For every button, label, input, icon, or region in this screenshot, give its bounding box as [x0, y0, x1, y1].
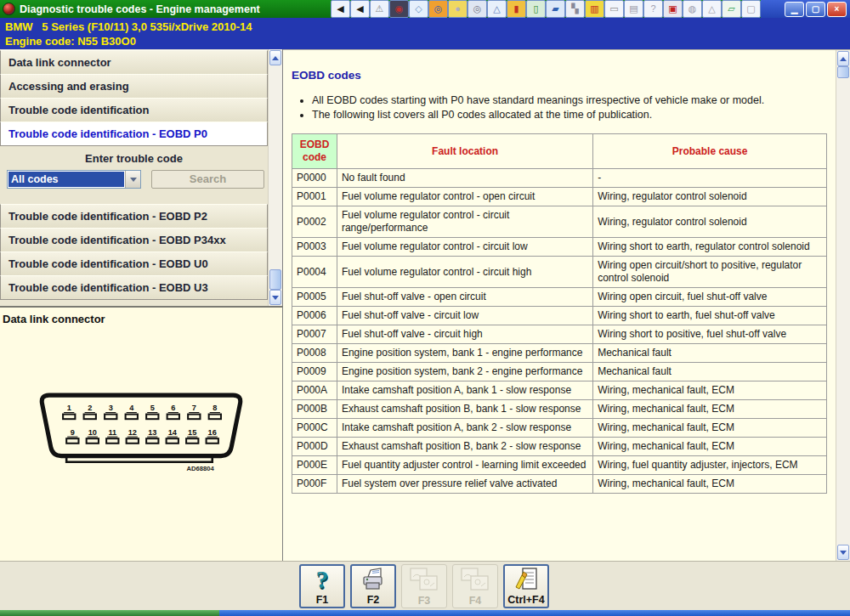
engine-management-icon[interactable]: ▥ [585, 0, 604, 18]
sidebar-scroll-up-icon[interactable] [269, 50, 281, 65]
sidebar-item-0[interactable]: Data link connector [0, 50, 268, 75]
engine-data-icon[interactable]: ▤ [624, 0, 643, 18]
main-scroll-thumb[interactable] [837, 66, 849, 78]
main-content: EOBD codes All EOBD codes starting with … [283, 49, 850, 561]
table-row: P0006Fuel shut-off valve - circuit lowWi… [292, 307, 827, 325]
fault-location-cell: Fuel shut-off valve - circuit high [337, 325, 592, 344]
taskbar-strip [0, 610, 850, 616]
fault-location-cell: Exhaust camshaft position B, bank 1 - sl… [337, 400, 592, 419]
sidebar-item-lower-1[interactable]: Trouble code identification - EOBD P34xx [0, 228, 268, 252]
vehicle-icon[interactable]: ▱ [722, 0, 741, 18]
sidebar-item-label: Accessing and erasing [8, 80, 129, 93]
vehicle-model: BMW 5 Series (F10/11) 3,0 535i/xDrive 20… [5, 20, 850, 34]
pin-number: 4 [129, 404, 134, 412]
trouble-code-combo[interactable]: All codes [7, 170, 141, 189]
app-icon [3, 3, 15, 15]
search-button[interactable]: Search [151, 170, 264, 189]
code-cell: P0007 [292, 325, 337, 344]
abs-icon[interactable]: ▣ [663, 0, 683, 18]
sidebar-scrollbar[interactable] [268, 49, 282, 306]
function-button-label: Ctrl+F4 [507, 594, 544, 606]
pin-number: 5 [150, 404, 155, 412]
sidebar-scroll-thumb[interactable] [269, 269, 281, 290]
pin-slot [209, 415, 221, 420]
sidebar-item-lower-3[interactable]: Trouble code identification - EOBD U3 [0, 275, 268, 300]
sidebar-item-lower-0[interactable]: Trouble code identification - EOBD P2 [0, 204, 268, 229]
machine-icon[interactable]: ▰ [546, 0, 565, 18]
component-icon[interactable]: ▢ [741, 0, 761, 18]
main-scroll-down-icon[interactable] [837, 545, 849, 560]
table-row: P0002Fuel volume regulator control - cir… [292, 206, 827, 238]
timing-icon[interactable]: ◎ [428, 0, 448, 18]
maximize-button[interactable]: ▢ [806, 2, 825, 17]
wheel-icon[interactable]: ◎ [468, 0, 487, 18]
sidebar-scroll-down-icon[interactable] [269, 290, 281, 305]
eobd-codes-table: EOBD codeFault locationProbable cause P0… [292, 133, 827, 494]
bullet-2: The following list covers all P0 codes a… [312, 109, 836, 121]
nav-first-icon[interactable]: ◀ [331, 0, 350, 18]
pin-slot [127, 438, 139, 444]
function-button-f2[interactable]: F2 [350, 564, 396, 608]
sidebar-item-lower-2[interactable]: Trouble code identification - EOBD U0 [0, 251, 268, 276]
enter-trouble-code-label: Enter trouble code [0, 146, 268, 167]
engine-help-icon[interactable]: ? [643, 0, 663, 18]
code-cell: P0003 [292, 238, 337, 257]
table-header-row: EOBD codeFault locationProbable cause [292, 134, 827, 169]
main-scrollbar[interactable] [836, 50, 850, 561]
code-cell: P0000 [292, 169, 337, 188]
pin-slot [167, 415, 179, 420]
table-row: P0000No fault found- [292, 169, 827, 188]
probable-cause-cell: Wiring short to earth, regulator control… [593, 238, 827, 257]
notes-icon [513, 567, 539, 592]
probable-cause-cell: Wiring, mechanical fault, ECM [593, 438, 827, 456]
function-button-f3[interactable]: F3 [401, 564, 447, 608]
help-question-icon: ? [316, 565, 329, 594]
pin-slot [207, 438, 218, 444]
spray-icon[interactable]: △ [487, 0, 507, 18]
immobilizer-icon[interactable]: ◍ [683, 0, 702, 18]
fault-location-cell: Fuel shut-off valve - open circuit [337, 288, 592, 307]
table-row: P0004Fuel volume regulator control - cir… [292, 257, 827, 288]
sidebar-item-3[interactable]: Trouble code identification - EOBD P0 [0, 122, 268, 146]
table-row: P000BExhaust camshaft position B, bank 1… [292, 400, 827, 419]
probable-cause-cell: Wiring, mechanical fault, ECM [593, 400, 827, 419]
mouse-settings-icon[interactable]: ● [448, 0, 468, 18]
tools-icon[interactable]: ◇ [409, 0, 428, 18]
warning-outline-icon[interactable]: △ [702, 0, 722, 18]
probable-cause-cell: Mechanical fault [593, 344, 827, 363]
table-row: P000AIntake camshaft position A, bank 1 … [292, 381, 827, 400]
minimize-button[interactable]: ▁ [785, 2, 804, 17]
hazard-warning-icon[interactable]: ⚠ [370, 0, 389, 18]
code-cell: P0005 [292, 288, 337, 307]
main-scroll-up-icon[interactable] [837, 51, 849, 66]
engine-code: Engine code: N55 B30O0 [5, 34, 850, 48]
probable-cause-cell: Wiring open circuit/short to positive, r… [593, 257, 827, 288]
truck-icon[interactable]: ▮ [507, 0, 526, 18]
battery-icon[interactable]: ▭ [604, 0, 624, 18]
pin-number: 11 [108, 428, 116, 437]
probable-cause-cell: Wiring, mechanical fault, ECM [593, 475, 827, 494]
function-button-f1[interactable]: ?F1 [299, 564, 345, 608]
code-cell: P000E [292, 456, 337, 475]
lift-icon[interactable]: ▯ [526, 0, 546, 18]
pin-number: 1 [67, 404, 71, 412]
combo-dropdown-button[interactable] [125, 171, 140, 188]
table-row: P0009Engine position system, bank 2 - en… [292, 363, 827, 381]
function-button-ctrl-f4[interactable]: Ctrl+F4 [503, 564, 549, 608]
code-cell: P000C [292, 419, 337, 438]
fault-location-cell: No fault found [337, 169, 592, 188]
nav-back-icon[interactable]: ◀ [350, 0, 370, 18]
gearbox-icon[interactable]: ▚ [565, 0, 585, 18]
pin-number: 14 [168, 428, 178, 437]
pin-number: 2 [88, 404, 92, 412]
sidebar-item-1[interactable]: Accessing and erasing [0, 74, 268, 99]
table-row: P000DExhaust camshaft position B, bank 2… [292, 438, 827, 456]
close-button[interactable]: × [827, 2, 847, 17]
brake-system-icon[interactable]: ◉ [389, 0, 409, 18]
code-cell: P000D [292, 438, 337, 456]
connector-panel: Data link connector 12345678910111213141… [0, 306, 283, 561]
images-icon [410, 568, 439, 591]
code-cell: P000F [292, 475, 337, 494]
function-button-f4[interactable]: F4 [452, 564, 498, 608]
sidebar-item-2[interactable]: Trouble code identification [0, 98, 268, 122]
